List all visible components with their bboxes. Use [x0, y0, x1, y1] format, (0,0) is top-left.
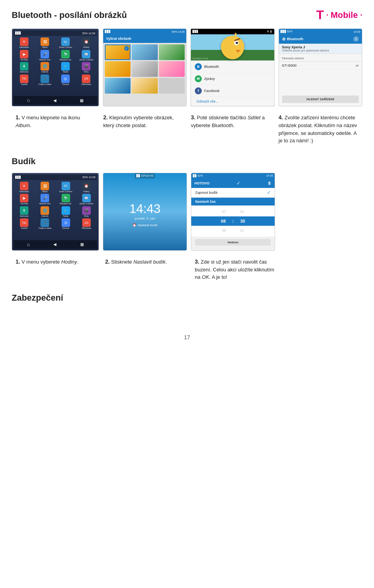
bottom-nav-b: ⌂ ◀ ▦ [14, 240, 97, 249]
app-chrome: ◎ Chrome [56, 74, 75, 86]
app-b-smart: SC Smart Connect [56, 182, 76, 193]
app-label: Filmy [84, 215, 89, 218]
time-display: 50% 14:09 [83, 176, 95, 179]
screenshot-filepicker: ▊▊▊ 50% 14:09 Vybrat obrázek ✓ [103, 28, 187, 106]
lockscreen-content: 14:43 pondělí, 9. září ⏰ Nastavit budík [129, 179, 161, 250]
app-hodiny: ⏰ Hodiny [76, 37, 96, 49]
app-icon-img: 📰 [82, 50, 90, 58]
thumb-2[interactable] [132, 44, 158, 60]
app-icon-img: OS [82, 74, 90, 83]
app-icon-img: 🖼 [41, 37, 49, 46]
home-icon: ⌂ [27, 242, 30, 247]
app-b-hodiny: ⏰ Hodiny [77, 182, 96, 193]
signal-icon: ▊▊ 42% [136, 174, 146, 177]
home-icon: ⌂ [27, 97, 30, 103]
bt-search-button[interactable]: HLEDAT ZAŘÍZENÍ [282, 96, 359, 103]
app-b-twitter: 🐦 Twitter [56, 206, 76, 218]
step-text: Poté stisknete tlačítko Sdílet a vyberet… [191, 115, 265, 128]
app-label: Kalkulačka [19, 46, 29, 49]
share-more[interactable]: Zobrazit vše... [191, 97, 274, 106]
app-b-pripojeni: 📡 Připojená zař. [56, 194, 76, 205]
app-b-officesuite: OS OfficeSuite [77, 218, 96, 230]
app-icon-img: ✕ [20, 182, 28, 190]
app-hlasove: 🎤 Hlasové vyhl. [35, 50, 55, 61]
app-label: Filmy [84, 71, 88, 73]
app-label: Hudba a videa [39, 227, 51, 230]
alarm-hour-1: 07 [218, 210, 230, 214]
budik-step-1: 1. V menu vyberete Hodiny. [12, 258, 101, 281]
time-b3: 14:43 [266, 174, 273, 177]
app-label: YouTube [20, 59, 28, 61]
thumb-4[interactable] [105, 61, 131, 77]
alarm-time-row-3[interactable]: 09 31 [191, 226, 275, 235]
app-icon-img: TID [20, 74, 28, 83]
step-text: V menu klepnete na ikonu Album. [16, 115, 80, 128]
app-icon-img: 🐦 [62, 206, 70, 215]
filepicker-header: Vybrat obrázek [103, 34, 187, 43]
step-number: 1. [16, 114, 20, 120]
app-label: Hlasové vyhl. [39, 203, 51, 205]
step-4: 4. Zvolíte zařízení kterému chcete obráz… [275, 113, 362, 145]
tmobile-dot1: · [326, 11, 328, 19]
thumb-3[interactable] [159, 44, 185, 60]
spacer [279, 70, 362, 96]
filepicker-grid: ✓ [103, 43, 187, 95]
budik-screenshots: ▊▊▊ 50% 14:09 ✕ Kalkulačka 🖼 Album SC Sm… [12, 173, 362, 251]
app-b-youtube: ▶ YouTube [14, 194, 34, 205]
alarm-minute-2: 30 [237, 219, 249, 223]
bottom-nav: ⌂ ◀ ▦ [14, 96, 97, 104]
app-label: Zprávy a počasí [79, 203, 94, 205]
budik-screenshot-lockscreen: ▊▊ 42% 14:43 14:43 pondělí, 9. září ⏰ Na… [103, 173, 187, 251]
alarm-switch-label: Zapnout budík [195, 191, 218, 195]
step-2: 2. Klepnutím vyberete obrázek, který chc… [99, 113, 187, 145]
app-label: Hodiny [83, 46, 90, 49]
thumb-5[interactable] [132, 61, 158, 77]
alarm-hour-3: 09 [218, 228, 230, 232]
alarm-time-row-2[interactable]: 08 : 30 [191, 216, 275, 226]
app-b-zpravy: 📰 Zprávy a počasí [77, 194, 96, 205]
app-label: OfficeSuite [82, 227, 91, 230]
thumb-1[interactable]: ✓ [105, 44, 131, 60]
share-bluetooth[interactable]: B Bluetooth [191, 61, 274, 73]
app-label: Internet [42, 71, 48, 73]
thumb-6[interactable] [159, 61, 185, 77]
alarm-time-row-1[interactable]: 07 29 [191, 207, 275, 216]
thumb-8[interactable] [132, 78, 158, 94]
bluetooth-title: Bluetooth - posílání obrázků [12, 10, 127, 20]
share-icons: ⬆ 🗑 [267, 30, 273, 33]
app-label: OfficeSuite [81, 83, 91, 86]
bt-device-item[interactable]: GT-I9300 ⇄ [279, 62, 362, 70]
time-display: 50% 14:09 [82, 32, 95, 35]
app-label: Smart Connect [59, 191, 72, 193]
app-b-internet: 🌐 Internet [35, 206, 55, 218]
alarm-time-picker: 07 29 08 : 30 09 31 [191, 205, 275, 237]
back-icon: ◀ [53, 242, 56, 246]
share-zpravy[interactable]: ✉ Zprávy [191, 73, 274, 85]
app-icon-img: SC [62, 182, 70, 190]
bt-device-icon: ⇄ [356, 64, 359, 67]
zabezpeceni-title: Zabezpečení [12, 293, 362, 303]
thumb-9[interactable] [159, 78, 185, 94]
signal-icon: ▊▊▊ [15, 176, 21, 179]
bt-device-name-gt: GT-I9300 [282, 64, 297, 67]
app-b-hlasove: 🎤 Hlasové vyhl. [35, 194, 55, 205]
app-b-stahovani: ⬇ Stahování [14, 206, 34, 218]
app-icon-img: 🎵 [41, 218, 49, 227]
delete-icon: 🗑 [268, 181, 272, 185]
tmobile-mobile: Mobile [331, 10, 358, 20]
bt-info-icon: i [353, 36, 359, 42]
thumb-7[interactable] [105, 78, 131, 94]
back-icon: ◀ [53, 98, 56, 103]
app-smart: SC Smart Connect [56, 37, 75, 49]
app-b-chrome: ◎ Chrome [56, 218, 76, 230]
signal-icon: ▊▊▊ [15, 32, 21, 35]
share-facebook[interactable]: f Facebook [191, 85, 274, 97]
alarm-hotovo-button[interactable]: Hotovo [195, 239, 271, 246]
statusbar-b2: ▊▊ 42% 14:43 [135, 173, 155, 179]
bluetooth-steps: 1. V menu klepnete na ikonu Album. 2. Kl… [12, 113, 362, 145]
app-twitter: 🐦 Twitter [56, 62, 75, 73]
step-number: 3. [195, 259, 199, 265]
budik-empty-slot [279, 173, 362, 251]
statusbar-1: ▊▊▊ 50% 14:09 [14, 30, 97, 36]
app-b-filmy: 🎬 Filmy [77, 206, 96, 218]
